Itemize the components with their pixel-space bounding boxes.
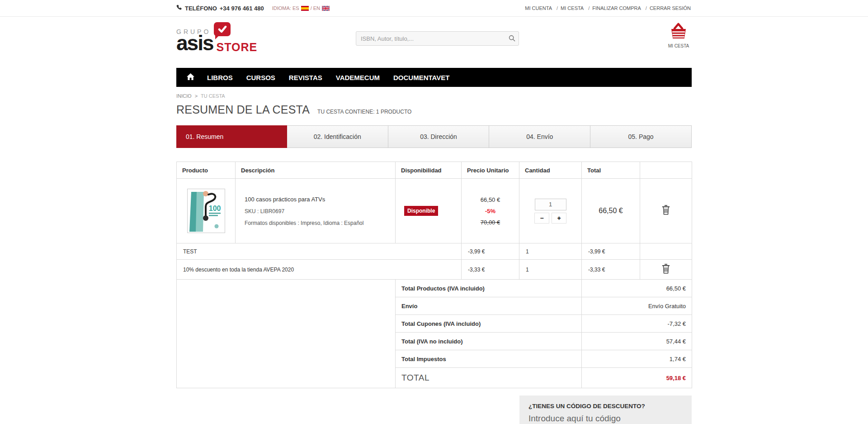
total-label: Envío	[396, 297, 582, 315]
total-label: Total (IVA no incluido)	[396, 333, 582, 350]
col-total: Total	[582, 162, 640, 179]
discount-code-placeholder[interactable]: Introduce aquí tu código	[528, 414, 683, 424]
cart-table-header-row: Producto Descripción Disponibilidad Prec…	[177, 162, 692, 179]
total-products-row: Total Productos (IVA incluido) 66,50 €	[177, 280, 692, 297]
trash-icon	[662, 268, 670, 275]
account-links: MI CUENTA MI CESTA FINALIZAR COMPRA CERR…	[524, 5, 692, 11]
link-cerrar-sesion[interactable]: CERRAR SESIÓN	[642, 5, 692, 11]
search-button[interactable]	[509, 35, 515, 43]
checkout-steps: 01. Resumen 02. Identificación 03. Direc…	[176, 125, 692, 148]
total-value: 66,50 €	[582, 280, 692, 297]
search-icon	[509, 36, 515, 43]
grand-total-value: 59,18 €	[582, 368, 692, 388]
product-formats: Formatos disponibles : Impreso, Idioma :…	[245, 220, 395, 226]
totals-spacer	[177, 280, 396, 388]
coupon-quantity: 1	[519, 260, 582, 280]
language-alt-label: / EN	[311, 5, 320, 11]
unit-price: 66,50 €	[462, 196, 519, 203]
nav-revistas[interactable]: REVISTAS	[282, 68, 329, 87]
store-logo[interactable]: GRUPO asis STORE	[176, 22, 257, 52]
quantity-input[interactable]	[535, 199, 566, 210]
product-row: 100 100 casos prácticos para ATVs SKU : …	[177, 179, 692, 243]
col-descripcion: Descripción	[236, 162, 396, 179]
remove-coupon-button[interactable]	[662, 264, 670, 275]
old-price: 70,00 €	[462, 219, 519, 226]
nav-vademecum[interactable]: VADEMECUM	[329, 68, 387, 87]
coupon-name: TEST	[177, 243, 462, 260]
search-bar	[356, 31, 519, 46]
coupon-row-avepa: 10% descuento en toda la tienda AVEPA 20…	[177, 260, 692, 280]
trash-icon	[662, 210, 670, 216]
language-label: IDIOMA: ES	[272, 5, 299, 11]
cart-count-subtitle: TU CESTA CONTIENE: 1 PRODUCTO	[317, 109, 411, 115]
step-direccion[interactable]: 03. Dirección	[388, 125, 490, 148]
nav-home[interactable]	[181, 68, 200, 87]
logo-check-icon	[214, 22, 231, 36]
col-producto: Producto	[177, 162, 236, 179]
coupon-price: -3,99 €	[462, 243, 519, 260]
breadcrumb: INICIO>TU CESTA	[176, 93, 692, 99]
step-resumen[interactable]: 01. Resumen	[176, 125, 287, 148]
total-value: Envío Gratuito	[582, 297, 692, 315]
coupon-total: -3,33 €	[582, 260, 640, 280]
product-thumbnail[interactable]: 100	[187, 189, 225, 233]
basket-icon	[669, 34, 689, 42]
nav-documentavet[interactable]: DOCUMENTAVET	[387, 68, 456, 87]
header-cart[interactable]: MI CESTA	[665, 23, 692, 48]
total-label: Total Productos (IVA incluido)	[396, 280, 582, 297]
phone-label: TELÉFONO	[185, 5, 217, 12]
phone-icon	[176, 5, 182, 12]
link-finalizar-compra[interactable]: FINALIZAR COMPRA	[585, 5, 642, 11]
quantity-increase-button[interactable]: +	[552, 213, 566, 224]
coupon-price: -3,33 €	[462, 260, 519, 280]
cart-table: Producto Descripción Disponibilidad Prec…	[176, 162, 692, 388]
total-value: 57,44 €	[582, 333, 692, 350]
phone-number: +34 976 461 480	[220, 5, 264, 12]
total-label: Total Impuestos	[396, 350, 582, 368]
discount-percent: -5%	[462, 208, 519, 214]
language-switcher: IDIOMA: ES / EN	[272, 5, 330, 11]
coupon-total: -3,99 €	[582, 243, 640, 260]
total-label: Total Cupones (IVA incluido)	[396, 315, 582, 333]
main-nav: LIBROS CURSOS REVISTAS VADEMECUM DOCUMEN…	[176, 68, 692, 87]
breadcrumb-current: TU CESTA	[201, 93, 225, 99]
quantity-decrease-button[interactable]: −	[534, 213, 549, 224]
product-sku: SKU : LIBR0697	[245, 208, 395, 214]
cart-label: MI CESTA	[665, 43, 692, 48]
line-total: 66,50 €	[582, 179, 640, 243]
page-title: RESUMEN DE LA CESTA	[176, 103, 310, 116]
nav-cursos[interactable]: CURSOS	[240, 68, 282, 87]
phone-info: TELÉFONO +34 976 461 480	[176, 5, 264, 12]
search-input[interactable]	[356, 31, 519, 46]
col-cantidad: Cantidad	[519, 162, 582, 179]
link-mi-cuenta[interactable]: MI CUENTA	[524, 5, 553, 11]
availability-badge: Disponible	[404, 206, 438, 216]
coupon-row-test: TEST -3,99 € 1 -3,99 €	[177, 243, 692, 260]
link-mi-cesta[interactable]: MI CESTA	[553, 5, 585, 11]
step-pago[interactable]: 05. Pago	[590, 125, 692, 148]
topbar: TELÉFONO +34 976 461 480 IDIOMA: ES / EN…	[0, 0, 868, 17]
product-title[interactable]: 100 casos prácticos para ATVs	[245, 196, 395, 203]
grand-total-label: TOTAL	[396, 368, 582, 388]
coupon-quantity: 1	[519, 243, 582, 260]
spain-flag-icon[interactable]	[301, 6, 309, 11]
total-value: -7,32 €	[582, 315, 692, 333]
remove-product-button[interactable]	[662, 205, 670, 216]
cover-number: 100	[209, 205, 221, 213]
uk-flag-icon[interactable]	[322, 6, 330, 11]
breadcrumb-home[interactable]: INICIO	[176, 93, 192, 99]
col-precio-unitario: Precio Unitario	[462, 162, 519, 179]
nav-libros[interactable]: LIBROS	[200, 68, 240, 87]
home-icon	[187, 73, 194, 81]
total-value: 1,74 €	[582, 350, 692, 368]
site-header: GRUPO asis STORE	[176, 17, 692, 68]
logo-asis-text: asis	[176, 34, 213, 52]
discount-box-title: ¿TIENES UN CÓDIGO DE DESCUENTO?	[528, 403, 683, 410]
breadcrumb-separator: >	[195, 93, 198, 99]
discount-code-box: ¿TIENES UN CÓDIGO DE DESCUENTO? Introduc…	[519, 395, 692, 424]
step-envio[interactable]: 04. Envío	[489, 125, 590, 148]
col-actions	[640, 162, 692, 179]
step-identificacion[interactable]: 02. Identificación	[287, 125, 388, 148]
col-disponibilidad: Disponibilidad	[396, 162, 462, 179]
coupon-name: 10% descuento en toda la tienda AVEPA 20…	[177, 260, 462, 280]
